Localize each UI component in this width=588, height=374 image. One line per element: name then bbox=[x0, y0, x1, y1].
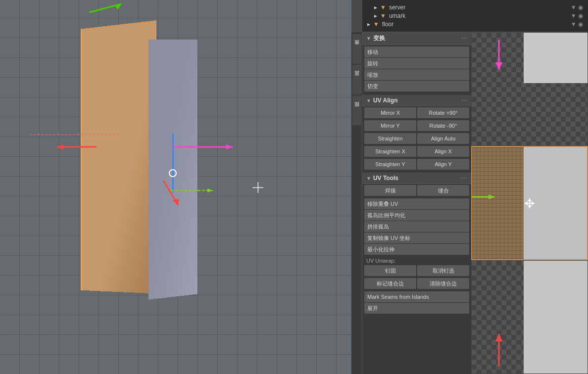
svg-marker-20 bbox=[532, 201, 535, 205]
uv-align-header[interactable]: ▼UV Align ··· bbox=[362, 95, 471, 106]
btn-straighten[interactable]: Straighten bbox=[364, 133, 416, 144]
umark-icon: ▼ bbox=[380, 12, 386, 19]
crosshair bbox=[252, 182, 263, 193]
side-tab-reflect[interactable]: 反跟 bbox=[352, 65, 361, 94]
outliner-panel: ▸ ▼ server ▼ ◉ ▸ ▼ umark ▼ ◉ ▸ ▼ floor ▼… bbox=[362, 0, 588, 32]
red-dashed-line bbox=[30, 133, 129, 137]
btn-scale[interactable]: 缩放 bbox=[364, 69, 469, 80]
svg-marker-7 bbox=[207, 188, 213, 192]
uv-align-arrow: ▼ bbox=[366, 98, 371, 103]
uv-pink-arrow bbox=[491, 38, 506, 77]
btn-weld[interactable]: 焊接 bbox=[364, 185, 416, 196]
transform-title: 变换 bbox=[373, 35, 385, 42]
uv-panel-bottom[interactable] bbox=[471, 260, 588, 374]
svg-marker-3 bbox=[57, 144, 63, 149]
uv-move-cursor bbox=[524, 197, 536, 209]
btn-remove-overlap[interactable]: 移除重叠 UV bbox=[364, 198, 469, 209]
uv-tools-dots: ··· bbox=[462, 176, 467, 181]
origin-circle bbox=[169, 169, 177, 177]
expand-icon: ▸ bbox=[374, 4, 377, 11]
svg-line-0 bbox=[89, 4, 121, 12]
floor-icon: ▼ bbox=[373, 21, 379, 28]
uv-tools-arrow: ▼ bbox=[366, 176, 371, 181]
uv-tools-section: ▼UV Tools ··· 焊接 缝合 移除重叠 UV 孤岛比例平均化 拼排孤岛… bbox=[362, 173, 471, 315]
btn-move[interactable]: 移动 bbox=[364, 47, 469, 57]
btn-copy-mirror-uv[interactable]: 复制镜像 UV 坐标 bbox=[364, 233, 469, 243]
unwrap-label: UV Unwrap: bbox=[362, 256, 471, 264]
side-tab-transform[interactable]: 变换 bbox=[352, 34, 361, 64]
transform-dots: ··· bbox=[462, 36, 467, 41]
btn-pin[interactable]: 钉固 bbox=[364, 265, 416, 276]
btn-minimize-stretch[interactable]: 最小化拉伸 bbox=[364, 244, 469, 255]
side-tab-other[interactable]: 犯跟 bbox=[352, 95, 361, 125]
btn-rotate[interactable]: 旋转 bbox=[364, 58, 469, 69]
uv-red-arrow bbox=[491, 329, 506, 369]
brown-wall bbox=[81, 20, 156, 293]
uv-align-dots: ··· bbox=[462, 98, 467, 103]
pink-arrow-right bbox=[173, 142, 243, 151]
btn-align-y[interactable]: Align Y bbox=[417, 159, 469, 170]
transform-section-header[interactable]: ▼变换 ··· bbox=[362, 32, 471, 45]
btn-island-scale[interactable]: 孤岛比例平均化 bbox=[364, 210, 469, 221]
svg-marker-18 bbox=[528, 205, 532, 208]
uv-panel-top[interactable] bbox=[471, 32, 588, 146]
red-arrow-left bbox=[49, 142, 99, 151]
uv-tools-header[interactable]: ▼UV Tools ··· bbox=[362, 173, 471, 184]
outliner-umark-label: umark bbox=[389, 12, 405, 19]
uv-green-arrow bbox=[471, 192, 499, 202]
svg-marker-5 bbox=[226, 144, 233, 149]
green-arrow-top bbox=[84, 0, 129, 17]
btn-stitch[interactable]: 缝合 bbox=[417, 185, 469, 196]
svg-marker-9 bbox=[172, 199, 179, 205]
uv-panel-middle[interactable] bbox=[471, 146, 588, 261]
btn-rotate-plus90[interactable]: Rotate +90° bbox=[417, 107, 469, 118]
red-arrow-down bbox=[153, 178, 188, 213]
btn-mark-seam[interactable]: 标记缝合边 bbox=[364, 278, 416, 289]
btn-unwrap[interactable]: 展开 bbox=[364, 303, 469, 314]
transform-arrow: ▼ bbox=[366, 36, 371, 41]
uv-white-bottom-right bbox=[524, 261, 588, 374]
btn-pack-islands[interactable]: 拼排孤岛 bbox=[364, 221, 469, 232]
btn-align-x[interactable]: Align X bbox=[417, 146, 469, 157]
expand-icon-2: ▸ bbox=[374, 12, 377, 19]
btn-mark-seams-islands[interactable]: Mark Seams from Islands bbox=[364, 291, 469, 302]
outliner-row-umark[interactable]: ▸ ▼ umark ▼ ◉ bbox=[374, 12, 583, 19]
uv-tools-title: UV Tools bbox=[373, 175, 398, 182]
umark-controls: ▼ ◉ bbox=[571, 12, 583, 19]
server-controls: ▼ ◉ bbox=[571, 4, 583, 11]
btn-mirror-y[interactable]: Mirror Y bbox=[364, 120, 416, 131]
uv-align-section: ▼UV Align ··· Mirror X Rotate +90° Mirro… bbox=[362, 95, 471, 171]
uv-white-top-right bbox=[524, 33, 588, 83]
btn-unpin[interactable]: 取消钉选 bbox=[417, 265, 469, 276]
outliner-server-label: server bbox=[389, 4, 405, 11]
outliner-row-floor[interactable]: ▸ ▼ floor ▼ ◉ bbox=[367, 21, 583, 28]
properties-panel: ▼变换 ··· 移动 旋转 缩放 切变 ▼UV Align ··· Mirror… bbox=[362, 32, 471, 374]
btn-mirror-x[interactable]: Mirror X bbox=[364, 107, 416, 118]
outliner-row-server[interactable]: ▸ ▼ server ▼ ◉ bbox=[374, 4, 583, 11]
outliner-floor-label: floor bbox=[382, 21, 393, 28]
svg-marker-12 bbox=[495, 62, 502, 70]
side-tabs-panel: 变换 反跟 犯跟 bbox=[351, 32, 362, 374]
svg-marker-14 bbox=[489, 194, 494, 199]
3d-viewport[interactable] bbox=[0, 0, 351, 374]
floor-controls: ▼ ◉ bbox=[571, 21, 583, 28]
expand-icon-3: ▸ bbox=[367, 21, 370, 28]
btn-shear[interactable]: 切变 bbox=[364, 81, 469, 92]
btn-rotate-minus90[interactable]: Rotate -90° bbox=[417, 120, 469, 131]
uv-align-title: UV Align bbox=[373, 97, 398, 104]
uv-preview-area bbox=[471, 32, 588, 374]
transform-section: ▼变换 ··· 移动 旋转 缩放 切变 bbox=[362, 32, 471, 93]
btn-align-auto[interactable]: Align Auto bbox=[417, 133, 469, 144]
btn-clear-seam[interactable]: 清除缝合边 bbox=[417, 278, 469, 289]
btn-straighten-x[interactable]: Straighten X bbox=[364, 146, 416, 157]
svg-marker-19 bbox=[525, 201, 528, 205]
svg-marker-17 bbox=[528, 198, 532, 201]
svg-marker-22 bbox=[495, 334, 502, 341]
btn-straighten-y[interactable]: Straighten Y bbox=[364, 159, 416, 170]
server-icon: ▼ bbox=[380, 4, 386, 11]
